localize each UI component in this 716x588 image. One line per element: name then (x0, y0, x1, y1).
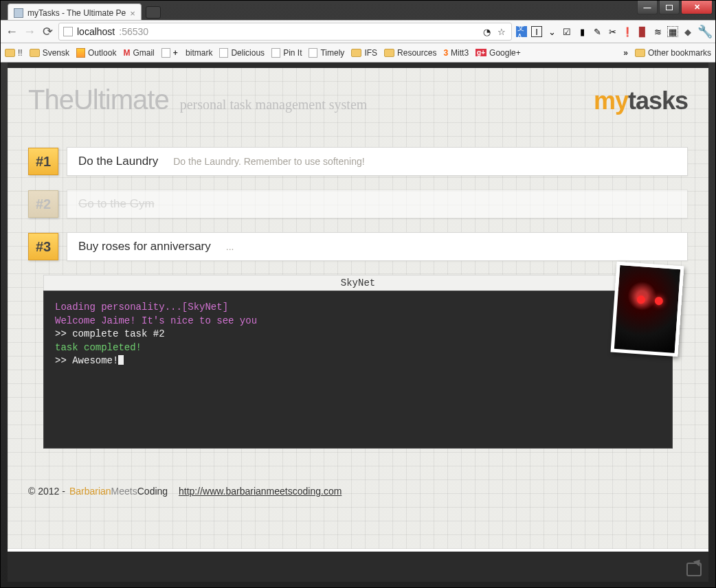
bookmarks-bar: !! Svensk Outlook MGmail + bitmark Delic… (1, 43, 715, 63)
gmail-icon: M (123, 48, 130, 58)
site-url-link[interactable]: http://www.barbarianmeetscoding.com (179, 486, 342, 497)
browser-tab-bar: myTasks - The Ultimate Pe × (1, 1, 715, 20)
task-title: Go to the Gym (78, 197, 155, 211)
url-host: localhost (77, 26, 115, 37)
page-bottom-stripe (8, 552, 708, 582)
url-port: :56530 (119, 26, 148, 37)
bookmarks-overflow-button[interactable]: » (623, 48, 628, 58)
tab-title: myTasks - The Ultimate Pe (27, 8, 126, 18)
other-bookmarks-button[interactable]: Other bookmarks (635, 48, 711, 58)
ext-checkbox-icon[interactable]: ☑ (561, 26, 572, 37)
ext-readability-icon[interactable]: I (531, 26, 542, 37)
logo: mytasks (594, 87, 688, 115)
task-number-badge: #2 (28, 190, 58, 218)
task-list: #1 Do the Laundry Do the Laundry. Rememb… (28, 147, 688, 261)
task-description: Do the Laundry. Remember to use softenin… (173, 156, 364, 167)
ext-translate-icon[interactable]: 文A (516, 26, 527, 37)
terminal-body[interactable]: Loading personality...[SkyNet] Welcome J… (43, 291, 673, 449)
ext-wand-icon[interactable]: ✎ (592, 26, 603, 37)
bookmark-item[interactable]: Resources (384, 48, 436, 58)
page-header: TheUltimate personal task management sys… (28, 84, 688, 115)
task-row[interactable]: #1 Do the Laundry Do the Laundry. Rememb… (28, 147, 688, 176)
share-icon[interactable] (686, 563, 702, 576)
page-viewport: TheUltimate personal task management sys… (8, 63, 708, 582)
ext-pocket-icon[interactable]: ⌄ (546, 26, 557, 37)
nav-forward-button[interactable]: → (23, 25, 36, 39)
bookmark-item[interactable]: + bitmark (161, 48, 213, 58)
new-tab-button[interactable] (146, 6, 161, 19)
bookmark-item[interactable]: Svensk (30, 48, 69, 58)
bookmark-item[interactable]: IFS (351, 48, 377, 58)
ext-flag-icon[interactable]: ▮ (577, 26, 588, 37)
terminal-line: task completed! (55, 341, 661, 355)
bookmark-item[interactable]: !! (5, 48, 23, 58)
ext-pin-icon[interactable]: ❗ (622, 26, 633, 37)
terminal-line: Loading personality...[SkyNet] (55, 301, 661, 315)
compat-icon[interactable]: ◔ (481, 26, 492, 37)
ext-buffer-icon[interactable]: ≋ (652, 26, 663, 37)
address-bar[interactable]: localhost:56530 ◔ ☆ (58, 23, 512, 41)
task-row[interactable]: #2 Go to the Gym (28, 190, 688, 218)
page-icon (63, 27, 73, 36)
ext-grid-icon[interactable]: ▦ (667, 26, 678, 37)
mitt3-icon: 3 (443, 48, 448, 58)
header-subtitle: personal task management system (180, 97, 368, 113)
page-footer: © 2012 - BarbarianMeetsCoding http://www… (28, 480, 688, 497)
task-number-badge: #3 (28, 233, 58, 260)
bookmark-star-icon[interactable]: ☆ (496, 26, 507, 37)
bookmark-item[interactable]: g+Google+ (476, 48, 521, 58)
cursor-icon (118, 355, 124, 365)
ext-scissors-icon[interactable]: ✂ (607, 26, 618, 37)
page-top-stripe (8, 63, 708, 68)
nav-reload-button[interactable]: ⟳ (41, 24, 54, 39)
ext-evernote-icon[interactable]: ◆ (682, 26, 693, 37)
tab-close-icon[interactable]: × (130, 8, 135, 19)
bookmark-item[interactable]: MGmail (123, 48, 154, 58)
bookmark-item[interactable]: 3Mitt3 (443, 48, 469, 58)
terminal-panel: SkyNet Loading personality...[SkyNet] We… (43, 275, 673, 449)
copyright-text: © 2012 - (28, 486, 65, 497)
bookmark-item[interactable]: Timely (309, 48, 344, 58)
task-description: ... (226, 241, 234, 252)
bookmark-item[interactable]: Pin It (271, 48, 302, 58)
nav-back-button[interactable]: ← (5, 25, 19, 39)
window-maximize-button[interactable] (659, 1, 680, 14)
browser-menu-button[interactable]: 🔧 (697, 24, 711, 39)
browser-toolbar: ← → ⟳ localhost:56530 ◔ ☆ 文A I ⌄ ☑ ▮ ✎ ✂… (1, 20, 715, 43)
bookmark-item[interactable]: Outlook (76, 48, 116, 58)
task-number-badge: #1 (28, 148, 58, 175)
window-minimize-button[interactable]: — (637, 1, 658, 14)
brand-link[interactable]: BarbarianMeetsCoding (69, 486, 168, 497)
tab-favicon-icon (14, 8, 23, 18)
bookmark-item[interactable]: Delicious (219, 48, 265, 58)
terminal-line: Welcome Jaime! It's nice to see you (55, 315, 661, 328)
terminal-line: >> complete task #2 (55, 328, 661, 341)
terminal-line: >> Awesome! (55, 354, 661, 368)
header-title: TheUltimate (28, 84, 169, 115)
task-row[interactable]: #3 Buy roses for anniversary ... (28, 232, 688, 261)
terminal-title: SkyNet (43, 275, 673, 291)
gplus-icon: g+ (476, 49, 486, 56)
ext-book-icon[interactable]: ▉ (637, 26, 648, 37)
task-title: Do the Laundry (78, 155, 158, 168)
browser-tab[interactable]: myTasks - The Ultimate Pe × (8, 3, 142, 20)
window-close-button[interactable]: ✕ (681, 1, 713, 14)
skynet-avatar-image (611, 262, 684, 357)
task-title: Buy roses for anniversary (78, 240, 211, 253)
